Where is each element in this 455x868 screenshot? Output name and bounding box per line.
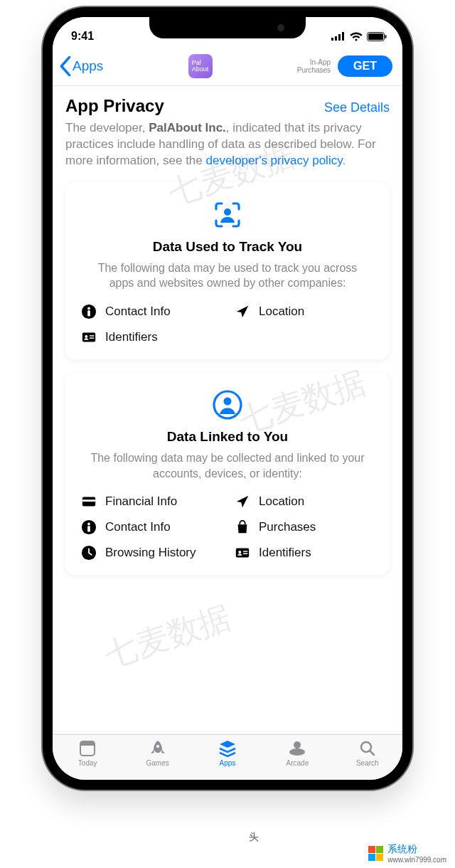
track-card: Data Used to Track You The following dat… bbox=[65, 182, 390, 359]
location-arrow-icon bbox=[235, 304, 250, 319]
get-button[interactable]: GET bbox=[338, 55, 392, 77]
data-item-contact-info: Contact Info bbox=[81, 304, 220, 319]
linked-title: Data Linked to You bbox=[81, 429, 374, 445]
phone-screen: 七麦数据 七麦数据 七麦数据 9:41 Apps Pal About In-A bbox=[53, 17, 402, 780]
svg-rect-11 bbox=[82, 333, 95, 342]
svg-rect-3 bbox=[342, 32, 344, 41]
notch bbox=[149, 17, 306, 38]
wifi-icon bbox=[350, 32, 363, 41]
clock-icon bbox=[81, 545, 97, 561]
cell-signal-icon bbox=[331, 32, 346, 41]
battery-icon bbox=[367, 32, 387, 41]
svg-rect-23 bbox=[236, 549, 249, 558]
privacy-policy-link[interactable]: developer's privacy policy bbox=[205, 154, 342, 167]
svg-rect-1 bbox=[335, 36, 337, 41]
credit-site: 系统粉 bbox=[387, 843, 446, 856]
search-icon bbox=[358, 739, 378, 758]
data-item-contact-info: Contact Info bbox=[81, 519, 220, 535]
app-icon-text: Pal About bbox=[192, 60, 209, 73]
svg-point-24 bbox=[238, 551, 241, 554]
linked-card: Data Linked to You The following data ma… bbox=[65, 372, 390, 575]
page-title: App Privacy bbox=[65, 96, 164, 116]
svg-point-12 bbox=[85, 335, 87, 338]
data-item-financial: Financial Info bbox=[81, 494, 220, 509]
today-icon bbox=[77, 739, 97, 758]
svg-point-29 bbox=[156, 745, 159, 748]
svg-point-9 bbox=[87, 307, 90, 310]
svg-point-7 bbox=[224, 208, 231, 216]
nav-bar: Apps Pal About In-App Purchases GET bbox=[53, 48, 402, 86]
id-card-icon bbox=[235, 545, 250, 561]
tab-apps[interactable]: Apps bbox=[193, 739, 262, 767]
svg-rect-14 bbox=[90, 337, 94, 338]
status-icons bbox=[331, 32, 387, 41]
svg-rect-25 bbox=[243, 551, 247, 551]
microsoft-logo-icon bbox=[368, 846, 383, 861]
track-icon bbox=[212, 199, 243, 231]
app-icon[interactable]: Pal About bbox=[188, 54, 213, 78]
info-icon bbox=[81, 519, 97, 535]
svg-rect-5 bbox=[368, 33, 383, 40]
phone-frame: 七麦数据 七麦数据 七麦数据 9:41 Apps Pal About In-A bbox=[43, 7, 412, 790]
user-circle-icon bbox=[212, 389, 243, 420]
location-arrow-icon bbox=[235, 494, 250, 509]
svg-rect-26 bbox=[243, 554, 247, 554]
data-item-location: Location bbox=[235, 494, 374, 509]
data-item-identifiers: Identifiers bbox=[235, 545, 374, 561]
svg-rect-0 bbox=[331, 38, 333, 41]
chevron-left-icon bbox=[58, 56, 73, 76]
svg-rect-32 bbox=[296, 747, 299, 751]
data-item-identifiers: Identifiers bbox=[81, 329, 220, 345]
tab-games[interactable]: Games bbox=[122, 739, 192, 767]
back-button[interactable]: Apps bbox=[58, 56, 103, 76]
headline-mark: 头 bbox=[249, 831, 259, 844]
tab-today[interactable]: Today bbox=[53, 739, 122, 767]
track-title: Data Used to Track You bbox=[81, 239, 374, 255]
svg-rect-18 bbox=[82, 499, 95, 502]
data-item-browsing: Browsing History bbox=[81, 545, 220, 561]
intro-text: The developer, PalAbout Inc., indicated … bbox=[65, 120, 390, 169]
content-area[interactable]: App Privacy See Details The developer, P… bbox=[53, 86, 402, 731]
shopping-bag-icon bbox=[235, 519, 250, 535]
tab-search[interactable]: Search bbox=[333, 739, 402, 767]
track-subtitle: The following data may be used to track … bbox=[81, 260, 374, 291]
svg-rect-10 bbox=[87, 310, 90, 316]
credit-url: www.win7999.com bbox=[387, 856, 446, 864]
credit-card-icon bbox=[81, 494, 97, 509]
developer-name: PalAbout Inc. bbox=[149, 121, 226, 134]
tab-bar: Today Games Apps Arcade Search bbox=[53, 734, 402, 780]
back-label: Apps bbox=[73, 58, 103, 74]
in-app-purchases-label: In-App Purchases bbox=[297, 58, 331, 74]
svg-rect-2 bbox=[338, 34, 341, 41]
data-item-purchases: Purchases bbox=[235, 519, 374, 535]
svg-point-16 bbox=[224, 398, 232, 406]
svg-rect-6 bbox=[385, 35, 387, 38]
bottom-credit: 系统粉 www.win7999.com bbox=[368, 843, 446, 864]
svg-line-34 bbox=[370, 751, 374, 755]
rocket-icon bbox=[148, 739, 168, 758]
apps-stack-icon bbox=[218, 739, 237, 758]
id-card-icon bbox=[81, 329, 97, 345]
arcade-icon bbox=[287, 739, 307, 758]
svg-rect-13 bbox=[90, 335, 94, 336]
svg-point-20 bbox=[87, 523, 90, 526]
svg-rect-28 bbox=[80, 741, 95, 746]
tab-arcade[interactable]: Arcade bbox=[262, 739, 332, 767]
svg-rect-21 bbox=[87, 526, 90, 531]
linked-subtitle: The following data may be collected and … bbox=[81, 450, 374, 481]
see-details-link[interactable]: See Details bbox=[324, 100, 390, 115]
info-icon bbox=[81, 304, 97, 319]
status-time: 9:41 bbox=[71, 30, 94, 43]
data-item-location: Location bbox=[235, 304, 374, 319]
